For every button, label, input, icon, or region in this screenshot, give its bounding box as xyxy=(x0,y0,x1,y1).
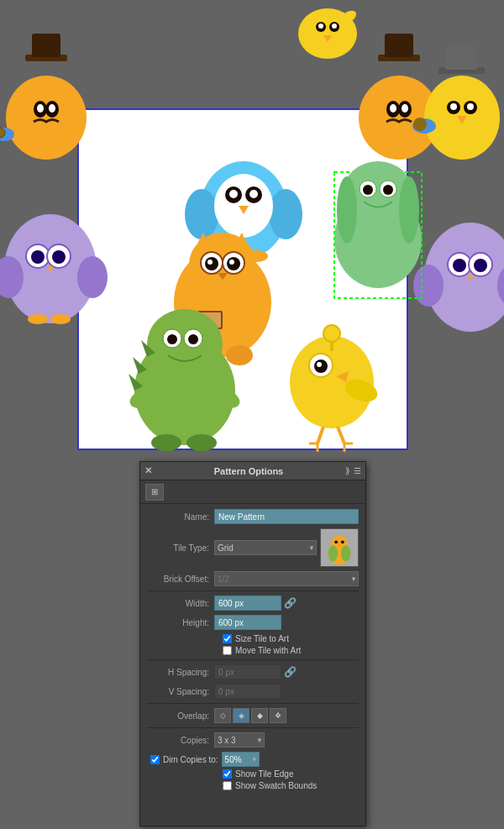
svg-point-51 xyxy=(413,265,444,307)
svg-rect-42 xyxy=(445,46,477,70)
overlap-buttons: ◇ ◈ ◆ ❖ xyxy=(214,708,286,723)
h-spacing-input[interactable] xyxy=(214,664,281,679)
svg-point-18 xyxy=(77,256,108,298)
height-input[interactable] xyxy=(214,615,281,630)
divider-3 xyxy=(147,703,359,704)
width-input[interactable] xyxy=(214,596,281,611)
overlap-btn-2[interactable]: ◈ xyxy=(233,708,249,723)
svg-point-15 xyxy=(52,250,66,264)
v-spacing-label: V Spacing: xyxy=(147,687,214,696)
h-spacing-link-icon[interactable]: 🔗 xyxy=(284,666,297,678)
svg-point-38 xyxy=(450,103,457,110)
size-tile-checkbox[interactable] xyxy=(223,634,232,643)
svg-point-44 xyxy=(413,118,427,131)
svg-point-4 xyxy=(6,76,87,160)
svg-point-91 xyxy=(151,434,181,451)
show-tile-edge-checkbox[interactable] xyxy=(223,769,232,779)
svg-point-81 xyxy=(147,309,223,380)
size-tile-row: Size Tile to Art xyxy=(147,634,359,643)
show-swatch-bounds-label: Show Swatch Bounds xyxy=(235,781,317,790)
copies-select[interactable]: 3 x 3 5 x 5 7 x 7 xyxy=(214,732,265,748)
overlap-btn-4[interactable]: ❖ xyxy=(270,708,286,723)
svg-point-120 xyxy=(341,540,344,543)
overlap-btn-3[interactable]: ◆ xyxy=(251,708,268,723)
svg-point-121 xyxy=(328,545,338,561)
svg-rect-3 xyxy=(32,34,60,57)
dim-copies-checkbox[interactable] xyxy=(150,755,160,764)
tile-type-select-wrap: Grid ▼ xyxy=(214,540,317,555)
svg-point-119 xyxy=(334,540,338,543)
svg-point-73 xyxy=(207,260,213,265)
copies-label: Copies: xyxy=(147,736,214,745)
copies-select-wrap: 3 x 3 5 x 5 7 x 7 ▼ xyxy=(214,732,265,748)
overlap-label: Overlap: xyxy=(147,711,214,721)
panel-title: Pattern Options xyxy=(214,466,284,476)
tile-type-label: Tile Type: xyxy=(147,543,214,553)
svg-point-7 xyxy=(37,104,44,113)
svg-point-49 xyxy=(474,259,487,272)
size-tile-label: Size Tile to Art xyxy=(235,634,289,643)
expand-button[interactable]: ⟫ xyxy=(345,466,350,475)
dim-copies-input[interactable] xyxy=(222,752,260,767)
svg-point-39 xyxy=(467,103,474,110)
svg-point-87 xyxy=(167,334,177,344)
svg-point-74 xyxy=(229,260,234,265)
grid-tool-button[interactable]: ⊞ xyxy=(145,484,164,501)
svg-point-122 xyxy=(341,545,350,561)
svg-rect-22 xyxy=(385,34,413,57)
link-icon[interactable]: 🔗 xyxy=(284,597,297,609)
name-input[interactable] xyxy=(214,509,359,524)
svg-point-95 xyxy=(323,325,340,342)
brick-offset-row: Brick Offset: 1/2 ▼ xyxy=(147,571,359,586)
svg-point-111 xyxy=(399,176,419,244)
tile-type-row: Tile Type: Grid ▼ xyxy=(147,528,359,567)
svg-point-26 xyxy=(390,104,396,113)
dim-copies-label: Dim Copies to: xyxy=(163,755,218,764)
divider-2 xyxy=(147,659,359,660)
width-row: Width: 🔗 xyxy=(147,596,359,611)
divider-1 xyxy=(147,590,359,591)
svg-point-115 xyxy=(383,185,393,195)
collapse-button[interactable]: ☰ xyxy=(354,466,361,475)
h-spacing-row: H Spacing: 🔗 xyxy=(147,664,359,679)
svg-point-54 xyxy=(185,189,218,239)
svg-point-8 xyxy=(49,104,55,113)
divider-4 xyxy=(147,727,359,728)
v-spacing-input[interactable] xyxy=(214,684,281,699)
svg-point-110 xyxy=(337,176,357,244)
v-spacing-row: V Spacing: xyxy=(147,684,359,699)
svg-point-48 xyxy=(453,259,466,272)
svg-point-31 xyxy=(318,24,323,29)
move-tile-checkbox[interactable] xyxy=(223,646,232,655)
svg-point-88 xyxy=(188,334,198,344)
tile-type-select[interactable]: Grid xyxy=(214,540,317,555)
h-spacing-label: H Spacing: xyxy=(147,668,214,677)
dim-copies-row: Dim Copies to: ▼ xyxy=(147,752,359,767)
canvas-area xyxy=(0,0,504,458)
panel-controls: ⟫ ☰ xyxy=(345,466,361,475)
show-tile-edge-label: Show Tile Edge xyxy=(235,769,294,779)
brick-offset-select[interactable]: 1/2 xyxy=(214,571,359,586)
svg-point-60 xyxy=(249,190,258,198)
svg-point-59 xyxy=(229,190,238,198)
panel-toolbar: ⊞ xyxy=(140,480,365,504)
name-row: Name: xyxy=(147,509,359,524)
show-swatch-bounds-checkbox[interactable] xyxy=(223,781,232,790)
pattern-options-panel: ✕ Pattern Options ⟫ ☰ ⊞ Name: Tile Type:… xyxy=(139,461,366,826)
svg-point-14 xyxy=(31,250,45,264)
svg-point-92 xyxy=(186,434,217,451)
brick-offset-select-wrap: 1/2 ▼ xyxy=(214,571,359,586)
close-button[interactable]: ✕ xyxy=(144,465,152,476)
svg-point-19 xyxy=(28,314,48,324)
svg-point-114 xyxy=(363,185,373,195)
name-label: Name: xyxy=(147,512,214,522)
overlap-btn-1[interactable]: ◇ xyxy=(214,708,231,723)
panel-body: Name: Tile Type: Grid ▼ xyxy=(140,504,365,798)
svg-point-27 xyxy=(402,104,408,113)
width-label: Width: xyxy=(147,599,214,608)
copies-row: Copies: 3 x 3 5 x 5 7 x 7 ▼ xyxy=(147,732,359,748)
overlap-row: Overlap: ◇ ◈ ◆ ❖ xyxy=(147,708,359,723)
tile-preview xyxy=(320,528,359,567)
svg-point-32 xyxy=(332,24,337,29)
height-label: Height: xyxy=(147,618,214,627)
